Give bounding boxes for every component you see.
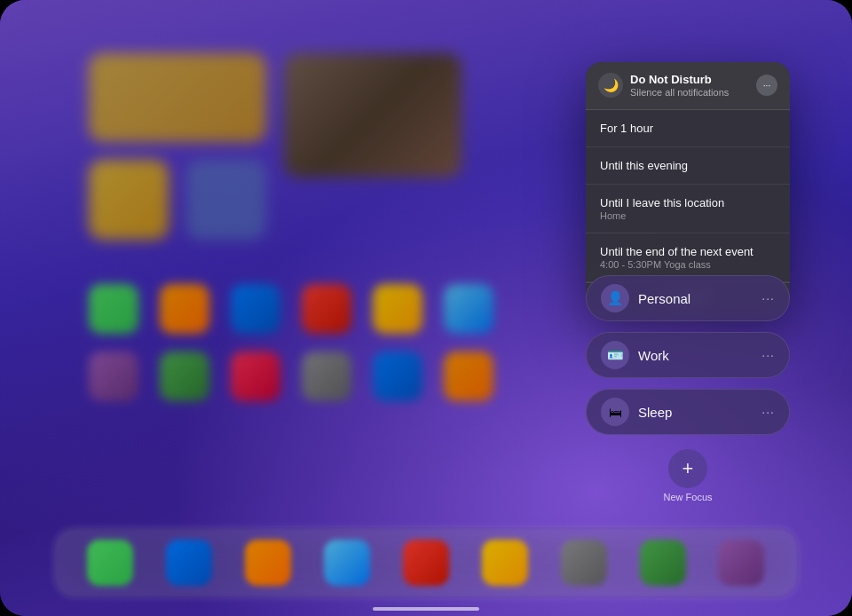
dnd-option-until-leave[interactable]: Until I leave this location Home [586, 185, 790, 233]
personal-more-icon[interactable]: ··· [761, 291, 775, 305]
dnd-option-until-leave-label: Until I leave this location [600, 196, 776, 209]
focus-card-work[interactable]: 🪪 Work ··· [586, 332, 790, 378]
dock-icon-teal [324, 540, 370, 586]
dock-icon-green [640, 540, 686, 586]
dock-icon-gray [561, 540, 607, 586]
work-label: Work [638, 348, 761, 363]
dnd-option-until-event-label: Until the end of the next event [600, 245, 776, 258]
home-indicator [373, 607, 479, 611]
dnd-option-until-leave-sub: Home [600, 210, 776, 221]
dock-icon-purple [718, 540, 764, 586]
app-icon-teal [444, 284, 493, 334]
sleep-label: Sleep [638, 405, 761, 420]
widget-yellow-bottom [89, 160, 169, 240]
new-focus-label: New Focus [663, 492, 712, 502]
work-icon: 🪪 [601, 341, 629, 369]
dock-icon-red [403, 540, 449, 586]
focus-card-sleep[interactable]: 🛏 Sleep ··· [586, 389, 790, 435]
focus-card-personal[interactable]: 👤 Personal ··· [586, 275, 790, 321]
app-icon-orange2 [444, 351, 493, 401]
sleep-icon: 🛏 [601, 398, 629, 426]
new-focus-button[interactable]: + New Focus [586, 449, 790, 502]
dnd-header: 🌙 Do Not Disturb Silence all notificatio… [586, 62, 790, 110]
focus-cards: 👤 Personal ··· 🪪 Work ··· 🛏 Sleep ··· + … [586, 275, 790, 502]
app-icon-blue [231, 284, 280, 334]
widget-small-blue [186, 160, 266, 240]
moon-icon: 🌙 [598, 73, 623, 98]
personal-icon: 👤 [601, 284, 629, 312]
app-grid [89, 284, 515, 401]
dnd-option-until-event-sub: 4:00 - 5:30PM Yoga class [600, 259, 776, 270]
dnd-title-area: Do Not Disturb Silence all notifications [630, 73, 756, 99]
dnd-title: Do Not Disturb [630, 73, 756, 87]
app-icon-orange [160, 284, 209, 334]
dock [53, 527, 799, 598]
app-icon-messages [89, 284, 138, 334]
dnd-option-for-1-hour-label: For 1 hour [600, 122, 776, 135]
app-icon-blue2 [373, 351, 422, 401]
dnd-option-until-evening-label: Until this evening [600, 159, 776, 172]
dock-icon-yellow [482, 540, 528, 586]
dnd-subtitle: Silence all notifications [630, 87, 756, 99]
app-icon-red [302, 284, 351, 334]
app-icon-green [160, 351, 209, 401]
dnd-option-until-evening[interactable]: Until this evening [586, 147, 790, 185]
widgets-area [89, 44, 515, 311]
app-icon-purple [89, 351, 138, 401]
dock-icon-messages [87, 540, 133, 586]
sleep-more-icon[interactable]: ··· [761, 405, 775, 419]
widget-yellow-top [89, 53, 266, 142]
personal-label: Personal [638, 291, 761, 306]
app-icon-gray [302, 351, 351, 401]
work-more-icon[interactable]: ··· [761, 348, 775, 362]
dock-icon-orange [245, 540, 291, 586]
dnd-more-button[interactable]: ··· [756, 75, 777, 96]
app-icon-yellow [373, 284, 422, 334]
new-focus-plus-icon: + [668, 449, 707, 488]
dnd-option-for-1-hour[interactable]: For 1 hour [586, 110, 790, 147]
widget-photo [284, 53, 462, 178]
ipad-frame: 🌙 Do Not Disturb Silence all notificatio… [0, 0, 852, 616]
dock-icon-blue [166, 540, 212, 586]
app-icon-pink [231, 351, 280, 401]
